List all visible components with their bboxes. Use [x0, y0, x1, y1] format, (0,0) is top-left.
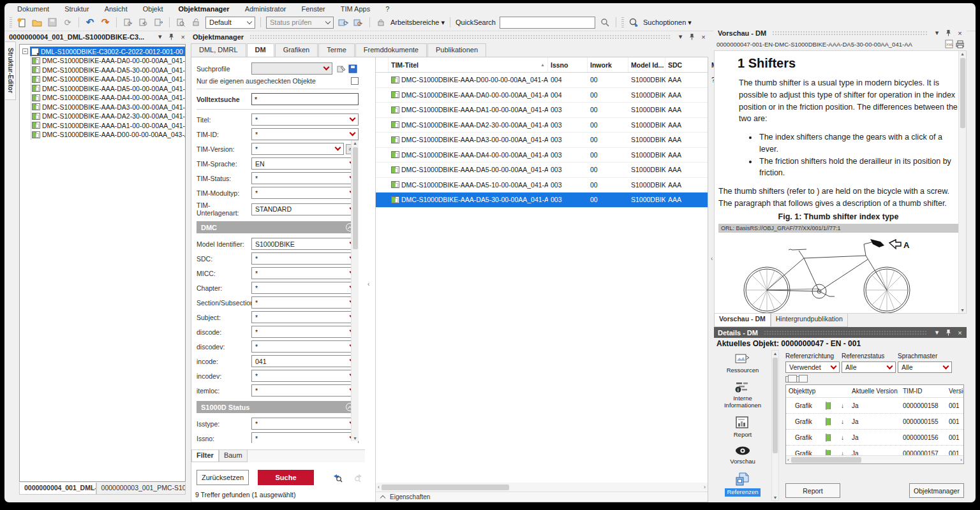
panel-menu-icon[interactable]: ▾ [156, 33, 164, 41]
sprachmaster-dropdown[interactable]: Alle [898, 361, 952, 373]
save-icon[interactable] [47, 17, 58, 28]
menu-item[interactable]: Objektmanager [179, 5, 230, 13]
result-row[interactable]: DMC-S1000DBIKE-AAA-DA5-00-00-00AA_041-AA… [376, 163, 708, 178]
tree-item[interactable]: DMC-S1000DBIKE-AAA-DA0-00-00-00AA_041-AA [31, 56, 185, 66]
reference-row[interactable]: Grafik ↓ Ja 0000000155 001 [786, 414, 963, 430]
preview-scrollbar[interactable]: ▴▾ [958, 51, 966, 313]
objektmanager-tab[interactable]: DM [247, 43, 274, 57]
filter-tab[interactable]: Filter [191, 450, 219, 462]
save-profile-icon[interactable] [347, 63, 359, 75]
column-header-tim-titel[interactable]: TIM-Titel▲ [389, 57, 548, 72]
close-icon[interactable]: × [956, 328, 964, 337]
sidebar-item-referenzen[interactable]: Referenzen [715, 472, 770, 497]
print-icon[interactable] [956, 40, 964, 48]
tree-item[interactable]: DMC-S1000DBIKE-AAA-DA2-30-00-00AA_041-AA [31, 112, 185, 121]
default-dropdown[interactable]: Default [205, 17, 255, 29]
column-objekttyp[interactable]: Objekttyp [786, 388, 826, 395]
preview-tab[interactable]: Hintergrundpublikation [771, 314, 848, 327]
tree-root-selected[interactable]: DML-S1000DBIKE-C3002-C-2022-0012-001-00 [30, 47, 186, 56]
details-sidebar-scrollbar[interactable]: ▴▾ [771, 350, 779, 501]
sidebar-item-report[interactable]: Report [715, 416, 770, 439]
open-folder-icon[interactable] [31, 17, 43, 28]
objektmanager-button[interactable]: Objektmanager [909, 483, 964, 498]
preview-splitter-handle[interactable]: ‹ [711, 255, 713, 262]
column-aktuelle-version[interactable]: Aktuelle Version [852, 388, 903, 395]
references-hscrollbar[interactable]: ‹› [786, 455, 963, 463]
field-dropdown[interactable]: * [251, 267, 359, 279]
pin-icon[interactable] [944, 328, 953, 337]
quicksearch-input[interactable] [500, 17, 595, 29]
field-dropdown[interactable]: * [251, 282, 359, 294]
form-scrollbar[interactable]: ▴▾ [351, 140, 359, 441]
field-dropdown[interactable]: * [251, 370, 359, 382]
eigenschaften-expander[interactable]: Eigenschaften [376, 492, 708, 502]
quicksearch-go-icon[interactable] [599, 17, 611, 28]
result-row[interactable]: DMC-S1000DBIKE-AAA-DA3-00-00-00AA_041-AA… [376, 133, 708, 148]
objektmanager-tab[interactable]: Grafiken [275, 43, 318, 57]
arbeitsbereiche-button[interactable]: Arbeitsbereiche ▾ [390, 18, 445, 27]
pin-icon[interactable] [688, 33, 696, 41]
field-dropdown[interactable]: * [251, 418, 359, 430]
suchprofile-dropdown[interactable] [251, 62, 332, 75]
suchoptionen-button[interactable]: Suchoptionen ▾ [643, 18, 692, 27]
field-dropdown[interactable]: * [251, 296, 359, 309]
preview-tab[interactable]: Vorschau - DM [714, 314, 771, 327]
tree-item[interactable]: DMC-S1000DBIKE-AAA-DA4-00-00-00AA_041-AA [31, 93, 185, 103]
tree-item[interactable]: DMC-S1000DBIKE-AAA-DA5-10-00-00AA_041-AA [31, 75, 185, 84]
tree-item[interactable]: DMC-S1000DBIKE-AAA-DA3-00-00-00AA_041-AA [31, 103, 185, 112]
result-row[interactable]: DMC-S1000DBIKE-AAA-DA0-00-00-00AA_041-AA… [376, 88, 708, 103]
field-dropdown[interactable]: S1000DBIKE [251, 238, 359, 250]
reference-row[interactable]: Grafik ↓ Ja 0000000158 001 [786, 398, 963, 414]
panel-menu-icon[interactable]: ▾ [933, 328, 941, 337]
column-header-issno[interactable]: Issno [548, 57, 588, 72]
sidebar-item-interne-informationen[interactable]: i Interne Informationen [715, 381, 770, 410]
tree-item[interactable]: DMC-S1000DBIKE-AAA-D00-00-00-00AA_043-AA [31, 130, 185, 140]
menu-item[interactable]: Struktur [64, 5, 89, 13]
menu-item[interactable]: Ansicht [105, 5, 128, 13]
objektmanager-tab[interactable]: Publikationen [427, 43, 486, 57]
objektmanager-tab[interactable]: Terme [318, 43, 355, 57]
field-dropdown[interactable]: * [251, 340, 359, 353]
reference-row[interactable]: Grafik ↓ Ja 0000000156 001 [786, 430, 963, 446]
find-document-icon[interactable] [175, 17, 186, 28]
filter-tab[interactable]: Baum [219, 450, 248, 462]
checkout-icon[interactable]: ⟲ [137, 17, 149, 28]
column-header-sdc[interactable]: SDC [665, 57, 709, 72]
result-row[interactable]: DMC-S1000DBIKE-AAA-DA5-10-00-00AA_041-AA… [376, 178, 708, 193]
own-checked-out-checkbox[interactable] [351, 77, 359, 85]
close-icon[interactable]: × [179, 33, 187, 41]
volltextsuche-input[interactable] [251, 93, 359, 105]
workflow-icon[interactable]: ⟳ [338, 17, 349, 28]
result-row[interactable]: DMC-S1000DBIKE-AAA-DA1-00-00-00AA_041-AA… [376, 103, 708, 118]
tree-item[interactable]: DMC-S1000DBIKE-AAA-DA5-00-00-00AA_041-AA [31, 84, 185, 94]
s1000d-section-header[interactable]: S1000D Status [197, 401, 359, 413]
menu-item[interactable]: Fenster [301, 5, 325, 13]
field-dropdown[interactable]: * [251, 432, 359, 443]
suche-button[interactable]: Suche [258, 470, 314, 485]
menu-item[interactable]: Objekt [143, 5, 163, 13]
tree-item[interactable]: DMC-S1000DBIKE-AAA-DA1-00-00-00AA_041-AA [31, 121, 185, 131]
referenzstatus-dropdown[interactable]: Alle [842, 361, 896, 373]
field-dropdown[interactable]: * [251, 252, 359, 265]
workflow-edit-icon[interactable]: ⟳ [353, 17, 364, 28]
result-row[interactable]: DMC-S1000DBIKE-AAA-DA5-30-00-00AA_041-AA… [376, 193, 708, 208]
undo-icon[interactable]: ↶ [84, 17, 96, 28]
field-dropdown[interactable]: * [251, 128, 359, 140]
field-dropdown[interactable]: * [251, 384, 359, 397]
close-icon[interactable]: × [956, 29, 964, 37]
column-tim-id[interactable]: TIM-ID [903, 388, 949, 395]
redo-icon[interactable]: ↷ [100, 17, 111, 28]
results-hscrollbar[interactable]: ‹› [376, 483, 708, 492]
tree-item[interactable]: DMC-S1000DBIKE-AAA-DA5-30-00-00AA_041-AA [31, 66, 185, 75]
menu-item[interactable]: Dokument [17, 5, 49, 13]
tree-collapse-icon[interactable]: − [22, 48, 28, 54]
tree-root-row[interactable]: − DML-S1000DBIKE-C3002-C-2022-0012-001-0… [22, 47, 185, 56]
panel-menu-icon[interactable]: ▾ [676, 33, 685, 41]
result-row[interactable]: DMC-S1000DBIKE-AAA-D00-00-00-00AA_041-AA… [376, 73, 708, 88]
new-document-icon[interactable] [16, 17, 27, 28]
cascade-windows-icon[interactable] [785, 376, 793, 382]
xml-view-icon[interactable]: XML [945, 40, 953, 48]
previous-search-icon[interactable] [332, 472, 343, 483]
report-button[interactable]: Report [785, 483, 840, 498]
result-row[interactable]: DMC-S1000DBIKE-AAA-DA2-30-00-00AA_041-AA… [376, 118, 708, 133]
